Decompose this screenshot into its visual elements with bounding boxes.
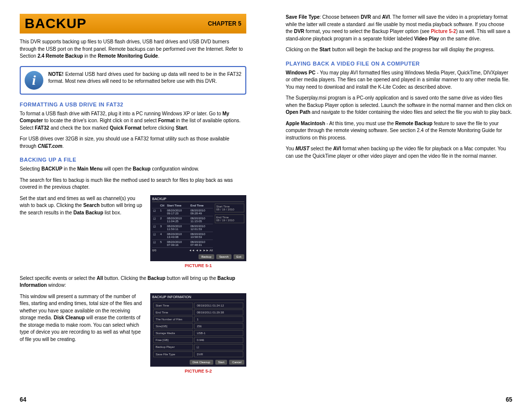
backup-p1: Selecting BACKUP in the Main Menu will o… [20, 166, 246, 173]
fig2-block: This window will present a summary of th… [20, 293, 246, 377]
right-page: Save File Type: Choose between DVR and A… [266, 0, 532, 411]
disk-cleanup-button[interactable]: Disk Cleanup [190, 360, 213, 365]
fig-search-button[interactable]: Search [216, 254, 232, 259]
formatting-p2: For USB drives over 32GB in size, you sh… [20, 136, 246, 150]
heading-formatting: FORMATTING A USB DRIVE IN FAT32 [20, 102, 246, 107]
page-number-right: 65 [506, 396, 512, 403]
note-box: i NOTE! External USB hard drives used fo… [20, 66, 246, 95]
backup-p3: Set the start and end times as well as c… [20, 195, 144, 217]
note-text: NOTE! External USB hard drives used for … [48, 71, 241, 85]
start-button[interactable]: Start [215, 360, 228, 365]
fig-backup-button[interactable]: Backup [199, 254, 214, 259]
heading-backing-up: BACKING UP A FILE [20, 157, 246, 163]
windows-pc-p: Windows PC - You may play AVI formatted … [286, 69, 512, 91]
chapter-banner: BACKUP CHAPTER 5 [20, 14, 246, 34]
heading-playback: PLAYING BACK A VIDEO FILE ON A COMPUTER [286, 61, 512, 67]
caption-5-1: PICTURE 5-1 [150, 263, 246, 268]
backup-p5: This window will present a summary of th… [20, 293, 144, 343]
superplay-p: The Superplay.msi program is a PC-only a… [286, 95, 512, 116]
formatting-p1: To format a USB flash drive with FAT32, … [20, 110, 246, 132]
backup-p2: The search for files to backup is much l… [20, 177, 246, 191]
intro-paragraph: This DVR supports backing up files to US… [20, 38, 246, 60]
caption-5-2: PICTURE 5-2 [150, 369, 246, 374]
page-spread: BACKUP CHAPTER 5 This DVR supports backi… [0, 0, 532, 411]
fig-exit-button[interactable]: Exit [233, 254, 244, 259]
banner-title: BACKUP [25, 16, 87, 32]
start-button-p: Clicking on the Start button will begin … [286, 46, 512, 54]
figure-5-1: BACKUP CH Start Time End Time ☑108/20/20… [150, 195, 246, 261]
pager-icons: 0/0◄◄ ◄ ► ►► All [152, 248, 213, 253]
save-file-type-p: Save File Type: Choose between DVR and A… [286, 14, 512, 42]
left-page: BACKUP CHAPTER 5 This DVR supports backi… [0, 0, 266, 411]
page-number-left: 64 [20, 396, 26, 403]
banner-chapter: CHAPTER 5 [208, 20, 241, 27]
must-avi-p: You MUST select the AVI format when back… [286, 145, 512, 160]
info-icon: i [25, 71, 43, 90]
fig1-block: Set the start and end times as well as c… [20, 195, 246, 272]
figure-5-2: BACKUP INFORMATION Start Time08/19/2011 … [150, 293, 246, 367]
backup-p4: Select specific events or select the All… [20, 275, 246, 289]
mac-p: Apple Macintosh - At this time, you must… [286, 120, 512, 142]
cancel-button[interactable]: Cancel [229, 360, 244, 365]
